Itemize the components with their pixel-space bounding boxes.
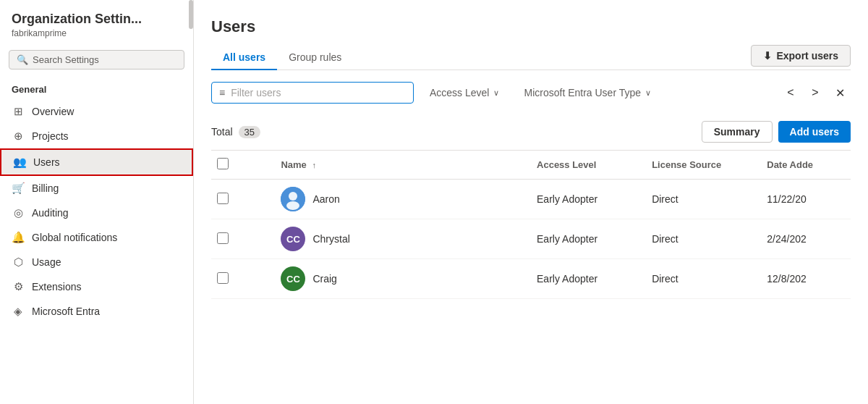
sidebar-item-users[interactable]: 👥 Users [0, 148, 193, 176]
avatar: CC [281, 266, 305, 291]
table-action-buttons: Summary Add users [702, 121, 851, 143]
th-license-source: License Source [646, 151, 761, 180]
tabs-row: All users Group rules ⬇ Export users [211, 45, 851, 70]
th-date-added: Date Adde [761, 151, 851, 180]
row-checkbox[interactable] [217, 232, 229, 244]
close-filter-button[interactable]: ✕ [829, 82, 851, 104]
sidebar-item-label: Projects [32, 130, 69, 142]
entra-icon: ◈ [12, 305, 25, 318]
tab-group-rules[interactable]: Group rules [277, 46, 353, 70]
billing-icon: 🛒 [12, 182, 25, 195]
svg-point-2 [286, 201, 299, 210]
org-subtitle: fabrikamprime [12, 28, 182, 38]
scroll-indicator [189, 0, 193, 29]
row-checkbox-cell [211, 180, 275, 219]
total-count: Total 35 [211, 126, 260, 138]
table-row: CC Chrystal Early AdopterDirect2/24/202 [211, 219, 851, 259]
search-icon: 🔍 [17, 54, 28, 65]
notifications-icon: 🔔 [12, 231, 25, 244]
table-row: Aaron Early AdopterDirect11/22/20 [211, 180, 851, 219]
search-placeholder: Search Settings [33, 54, 99, 65]
user-name: Chrystal [312, 233, 349, 245]
chevron-down-icon: ∨ [645, 88, 651, 98]
sidebar-item-label: Usage [32, 256, 61, 268]
sidebar-item-billing[interactable]: 🛒 Billing [0, 176, 193, 201]
next-button[interactable]: > [804, 82, 826, 104]
sidebar-item-microsoft-entra[interactable]: ◈ Microsoft Entra [0, 299, 193, 324]
search-settings[interactable]: 🔍 Search Settings [9, 50, 184, 70]
access-level-dropdown[interactable]: Access Level ∨ [421, 83, 508, 103]
sidebar-item-label: Auditing [32, 207, 69, 219]
extensions-icon: ⚙ [12, 280, 25, 293]
projects-icon: ⊕ [12, 130, 25, 143]
th-select-all[interactable] [211, 151, 275, 180]
sidebar-item-label: Overview [32, 106, 74, 117]
total-label: Total [211, 126, 233, 138]
user-name: Aaron [312, 193, 339, 205]
entra-user-type-dropdown[interactable]: Microsoft Entra User Type ∨ [515, 83, 660, 103]
row-date-added: 11/22/20 [761, 180, 851, 219]
row-checkbox-cell [211, 259, 275, 299]
row-access-level: Early Adopter [531, 219, 646, 259]
main-header: Users All users Group rules ⬇ Export use… [194, 0, 868, 70]
sidebar-item-overview[interactable]: ⊞ Overview [0, 99, 193, 124]
user-row-name: CC Craig [281, 266, 525, 291]
sidebar-item-label: Users [33, 156, 60, 168]
sidebar-item-label: Global notifications [32, 232, 117, 243]
usage-icon: ⬡ [12, 256, 25, 269]
sidebar-item-projects[interactable]: ⊕ Projects [0, 124, 193, 148]
filter-input[interactable] [231, 87, 375, 98]
sidebar-item-global-notifications[interactable]: 🔔 Global notifications [0, 225, 193, 250]
sidebar-item-usage[interactable]: ⬡ Usage [0, 250, 193, 274]
summary-button[interactable]: Summary [702, 121, 773, 143]
export-users-button[interactable]: ⬇ Export users [751, 45, 851, 67]
row-checkbox-cell [211, 219, 275, 259]
auditing-icon: ◎ [12, 206, 25, 219]
access-level-label: Access Level [430, 87, 489, 98]
svg-point-1 [289, 192, 297, 201]
th-name[interactable]: Name ↑ [275, 151, 531, 180]
total-badge: 35 [239, 126, 260, 138]
org-info: Organization Settin... fabrikamprime [0, 0, 193, 44]
page-title: Users [211, 17, 851, 36]
table-header-row: Name ↑ Access Level License Source Date … [211, 151, 851, 180]
row-license-source: Direct [646, 180, 761, 219]
filter-nav-buttons: < > ✕ [780, 82, 851, 104]
sidebar-item-label: Extensions [32, 281, 81, 293]
filter-input-wrapper[interactable]: ≡ [211, 82, 414, 104]
filter-row: ≡ Access Level ∨ Microsoft Entra User Ty… [194, 70, 868, 115]
entra-user-type-label: Microsoft Entra User Type [524, 87, 641, 98]
row-checkbox[interactable] [217, 193, 229, 204]
row-access-level: Early Adopter [531, 259, 646, 299]
users-icon: 👥 [13, 156, 26, 169]
chevron-down-icon: ∨ [493, 88, 499, 98]
sidebar-item-label: Billing [32, 182, 59, 194]
select-all-checkbox[interactable] [217, 158, 229, 169]
main-content: Users All users Group rules ⬇ Export use… [194, 0, 868, 404]
user-row-name: CC Chrystal [281, 227, 525, 251]
avatar [281, 187, 305, 211]
row-license-source: Direct [646, 219, 761, 259]
sidebar-item-extensions[interactable]: ⚙ Extensions [0, 274, 193, 299]
row-date-added: 2/24/202 [761, 219, 851, 259]
sidebar-item-label: Microsoft Entra [32, 306, 100, 317]
avatar: CC [281, 227, 305, 251]
row-name-cell: Aaron [275, 180, 531, 219]
user-table-body: Aaron Early AdopterDirect11/22/20 CC Chr… [211, 180, 851, 299]
table-area: Total 35 Summary Add users Name ↑ Acce [194, 115, 868, 404]
sort-icon: ↑ [312, 161, 316, 169]
row-date-added: 12/8/202 [761, 259, 851, 299]
sidebar-item-auditing[interactable]: ◎ Auditing [0, 201, 193, 225]
th-access-level: Access Level [531, 151, 646, 180]
sidebar: Organization Settin... fabrikamprime 🔍 S… [0, 0, 194, 404]
table-row: CC Craig Early AdopterDirect12/8/202 [211, 259, 851, 299]
user-row-name: Aaron [281, 187, 525, 211]
row-checkbox[interactable] [217, 272, 229, 284]
tab-all-users[interactable]: All users [211, 46, 277, 70]
general-section-label: General [0, 78, 193, 99]
org-title: Organization Settin... [12, 12, 182, 27]
filter-icon: ≡ [219, 87, 225, 98]
add-users-button[interactable]: Add users [778, 121, 851, 143]
prev-button[interactable]: < [780, 82, 801, 104]
row-access-level: Early Adopter [531, 180, 646, 219]
